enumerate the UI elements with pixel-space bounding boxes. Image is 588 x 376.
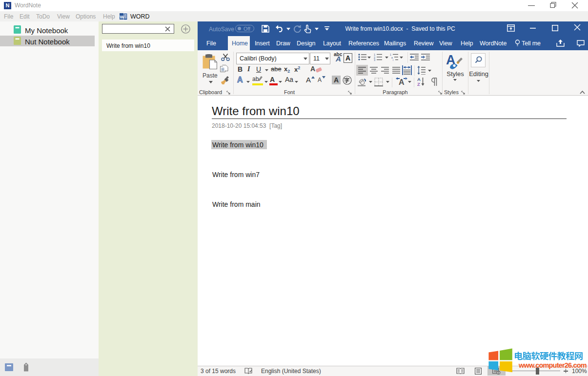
svg-text:W: W [120, 14, 124, 20]
svg-text:3: 3 [374, 59, 375, 61]
svg-text:Z: Z [417, 81, 420, 87]
svg-text:i: i [393, 59, 393, 61]
svg-text:A: A [399, 78, 405, 86]
